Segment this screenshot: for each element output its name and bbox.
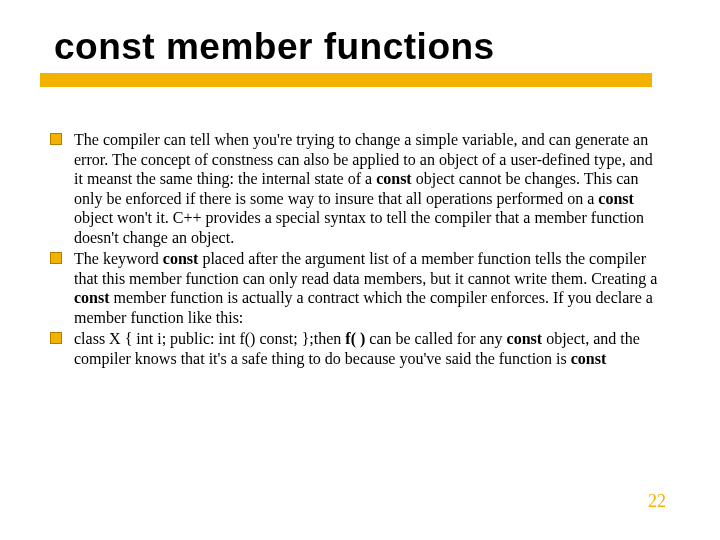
list-item: The compiler can tell when you're trying… bbox=[44, 130, 660, 247]
slide-title: const member functions bbox=[54, 28, 680, 67]
title-block: const member functions bbox=[54, 28, 680, 87]
list-item: The keyword const placed after the argum… bbox=[44, 249, 660, 327]
title-underline bbox=[40, 73, 652, 87]
list-item: class X { int i; public: int f() const; … bbox=[44, 329, 660, 368]
slide: const member functions The compiler can … bbox=[0, 0, 720, 540]
slide-body: The compiler can tell when you're trying… bbox=[44, 130, 660, 370]
bullet-list: The compiler can tell when you're trying… bbox=[44, 130, 660, 368]
page-number: 22 bbox=[648, 491, 666, 512]
